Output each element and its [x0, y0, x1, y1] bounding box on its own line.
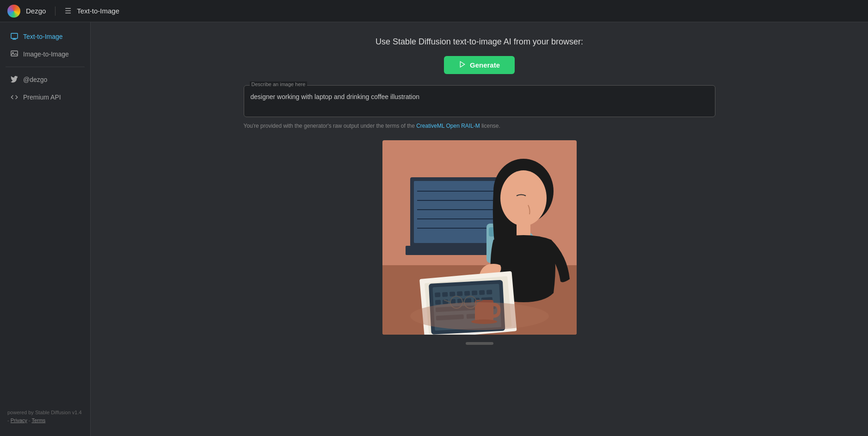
menu-icon[interactable]: ☰ [65, 6, 71, 15]
sidebar-item-twitter-label: @dezgo [23, 76, 47, 83]
license-text: You're provided with the generator's raw… [244, 123, 715, 129]
sidebar-item-image-to-image[interactable]: Image-to-Image [3, 46, 87, 62]
app-logo [7, 5, 20, 18]
svg-rect-27 [449, 292, 455, 297]
main-content: Use Stable Diffusion text-to-image AI fr… [91, 22, 868, 436]
svg-point-19 [500, 170, 547, 226]
svg-rect-26 [442, 292, 448, 297]
license-link[interactable]: CreativeML Open RAIL-M [416, 123, 480, 129]
svg-rect-9 [414, 181, 499, 243]
code-icon [10, 93, 18, 101]
sidebar-divider [6, 67, 85, 67]
svg-rect-28 [456, 291, 462, 296]
footer-separator2: - [27, 417, 32, 423]
app-name: Dezgo [26, 7, 46, 15]
generate-icon [459, 61, 466, 69]
sidebar-item-text-to-image[interactable]: Text-to-Image [3, 28, 87, 45]
powered-by-text: powered by Stable Diffusion v1.4 [7, 410, 82, 415]
svg-rect-30 [471, 291, 477, 296]
generate-button-label: Generate [470, 61, 500, 69]
svg-rect-33 [435, 300, 441, 305]
svg-rect-0 [11, 33, 18, 38]
twitter-icon [10, 75, 18, 84]
sidebar-footer: powered by Stable Diffusion v1.4 - Priva… [0, 403, 90, 430]
topbar-divider [55, 6, 55, 16]
sidebar-item-premium-api-label: Premium API [23, 93, 61, 101]
privacy-link[interactable]: Privacy [11, 417, 27, 423]
scroll-hint [466, 342, 493, 345]
prompt-label: Describe an image here [250, 81, 308, 87]
image-to-image-icon [10, 50, 18, 58]
license-before: You're provided with the generator's raw… [244, 123, 417, 129]
svg-point-49 [410, 302, 549, 330]
svg-rect-31 [479, 290, 485, 295]
svg-rect-3 [11, 51, 18, 56]
sidebar-item-twitter[interactable]: @dezgo [3, 71, 87, 88]
terms-link[interactable]: Terms [31, 417, 45, 423]
prompt-container: Describe an image here [244, 85, 715, 117]
sidebar-item-image-to-image-label: Image-to-Image [23, 50, 69, 58]
sidebar-item-premium-api[interactable]: Premium API [3, 89, 87, 106]
generated-image [382, 140, 577, 335]
svg-marker-5 [460, 62, 464, 67]
license-after: license. [480, 123, 500, 129]
svg-rect-25 [435, 293, 441, 298]
prompt-textarea[interactable] [244, 86, 715, 115]
sidebar-item-text-to-image-label: Text-to-Image [23, 33, 63, 40]
topbar-title: Text-to-Image [77, 7, 119, 15]
footer-separator1: - [7, 417, 11, 423]
svg-rect-29 [464, 291, 470, 296]
topbar: Dezgo ☰ Text-to-Image [0, 0, 868, 22]
text-to-image-icon [10, 32, 18, 41]
layout: Text-to-Image Image-to-Image @dezgo [0, 22, 868, 436]
svg-rect-32 [486, 290, 492, 295]
generate-button[interactable]: Generate [444, 56, 515, 74]
sidebar: Text-to-Image Image-to-Image @dezgo [0, 22, 91, 436]
page-headline: Use Stable Diffusion text-to-image AI fr… [376, 37, 583, 47]
